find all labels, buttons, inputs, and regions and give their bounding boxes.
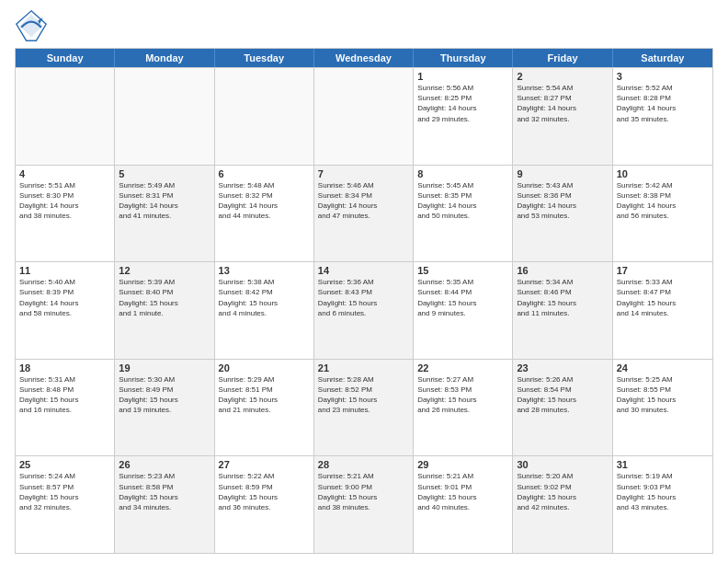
calendar-row-3: 18Sunrise: 5:31 AM Sunset: 8:48 PM Dayli…	[16, 359, 712, 456]
calendar-cell-28: 28Sunrise: 5:21 AM Sunset: 9:00 PM Dayli…	[314, 456, 414, 553]
day-info: Sunrise: 5:48 AM Sunset: 8:32 PM Dayligh…	[219, 180, 310, 222]
day-number: 28	[318, 459, 409, 470]
calendar-cell-5: 5Sunrise: 5:49 AM Sunset: 8:31 PM Daylig…	[115, 166, 214, 262]
calendar-cell-17: 17Sunrise: 5:33 AM Sunset: 8:47 PM Dayli…	[613, 262, 712, 359]
day-info: Sunrise: 5:36 AM Sunset: 8:43 PM Dayligh…	[318, 277, 409, 318]
day-number: 2	[517, 71, 608, 82]
day-number: 10	[617, 168, 709, 179]
calendar-cell-14: 14Sunrise: 5:36 AM Sunset: 8:43 PM Dayli…	[314, 262, 414, 359]
calendar-cell-27: 27Sunrise: 5:22 AM Sunset: 8:59 PM Dayli…	[215, 456, 314, 553]
day-info: Sunrise: 5:42 AM Sunset: 8:38 PM Dayligh…	[617, 180, 709, 222]
day-number: 13	[219, 265, 310, 276]
calendar-cell-12: 12Sunrise: 5:39 AM Sunset: 8:40 PM Dayli…	[115, 262, 214, 359]
calendar-cell-15: 15Sunrise: 5:35 AM Sunset: 8:44 PM Dayli…	[414, 262, 513, 359]
day-info: Sunrise: 5:31 AM Sunset: 8:48 PM Dayligh…	[19, 374, 110, 416]
day-info: Sunrise: 5:29 AM Sunset: 8:51 PM Dayligh…	[219, 374, 310, 416]
calendar-cell-7: 7Sunrise: 5:46 AM Sunset: 8:34 PM Daylig…	[314, 166, 414, 262]
day-number: 14	[318, 265, 409, 276]
day-info: Sunrise: 5:54 AM Sunset: 8:27 PM Dayligh…	[517, 83, 608, 124]
day-info: Sunrise: 5:46 AM Sunset: 8:34 PM Dayligh…	[318, 180, 409, 222]
calendar-header-row: SundayMondayTuesdayWednesdayThursdayFrid…	[16, 49, 712, 67]
day-info: Sunrise: 5:51 AM Sunset: 8:30 PM Dayligh…	[19, 180, 110, 222]
day-number: 15	[417, 265, 508, 276]
calendar-row-4: 25Sunrise: 5:24 AM Sunset: 8:57 PM Dayli…	[16, 455, 712, 553]
day-info: Sunrise: 5:30 AM Sunset: 8:49 PM Dayligh…	[119, 374, 210, 416]
day-number: 26	[119, 459, 210, 470]
day-info: Sunrise: 5:35 AM Sunset: 8:44 PM Dayligh…	[417, 277, 508, 318]
logo	[15, 9, 51, 42]
day-number: 5	[119, 168, 210, 179]
day-number: 30	[517, 459, 608, 470]
day-number: 3	[617, 71, 709, 82]
calendar-cell-2: 2Sunrise: 5:54 AM Sunset: 8:27 PM Daylig…	[513, 68, 612, 165]
day-number: 16	[517, 265, 608, 276]
day-number: 23	[517, 362, 608, 373]
day-number: 31	[617, 459, 709, 470]
day-number: 8	[417, 168, 508, 179]
day-info: Sunrise: 5:25 AM Sunset: 8:55 PM Dayligh…	[617, 374, 709, 416]
calendar-cell-21: 21Sunrise: 5:28 AM Sunset: 8:52 PM Dayli…	[314, 360, 414, 456]
day-info: Sunrise: 5:21 AM Sunset: 9:01 PM Dayligh…	[417, 471, 508, 512]
day-info: Sunrise: 5:22 AM Sunset: 8:59 PM Dayligh…	[219, 471, 310, 512]
day-number: 4	[19, 168, 110, 179]
calendar-row-2: 11Sunrise: 5:40 AM Sunset: 8:39 PM Dayli…	[16, 261, 712, 359]
day-info: Sunrise: 5:27 AM Sunset: 8:53 PM Dayligh…	[417, 374, 508, 416]
day-info: Sunrise: 5:45 AM Sunset: 8:35 PM Dayligh…	[417, 180, 508, 222]
day-number: 6	[219, 168, 310, 179]
day-number: 27	[219, 459, 310, 470]
day-info: Sunrise: 5:23 AM Sunset: 8:58 PM Dayligh…	[119, 471, 210, 512]
calendar-header-tuesday: Tuesday	[215, 49, 314, 67]
calendar-cell-3: 3Sunrise: 5:52 AM Sunset: 8:28 PM Daylig…	[613, 68, 712, 165]
calendar-cell-29: 29Sunrise: 5:21 AM Sunset: 9:01 PM Dayli…	[414, 456, 513, 553]
day-info: Sunrise: 5:49 AM Sunset: 8:31 PM Dayligh…	[119, 180, 210, 222]
page: SundayMondayTuesdayWednesdayThursdayFrid…	[0, 0, 728, 563]
calendar-row-0: 1Sunrise: 5:56 AM Sunset: 8:25 PM Daylig…	[16, 67, 712, 165]
calendar-cell-19: 19Sunrise: 5:30 AM Sunset: 8:49 PM Dayli…	[115, 360, 214, 456]
calendar-cell-empty-0-1	[115, 68, 214, 165]
calendar: SundayMondayTuesdayWednesdayThursdayFrid…	[15, 48, 713, 554]
calendar-cell-6: 6Sunrise: 5:48 AM Sunset: 8:32 PM Daylig…	[215, 166, 314, 262]
calendar-cell-10: 10Sunrise: 5:42 AM Sunset: 8:38 PM Dayli…	[613, 166, 712, 262]
day-info: Sunrise: 5:38 AM Sunset: 8:42 PM Dayligh…	[219, 277, 310, 318]
day-number: 19	[119, 362, 210, 373]
day-info: Sunrise: 5:19 AM Sunset: 9:03 PM Dayligh…	[617, 471, 709, 512]
calendar-cell-20: 20Sunrise: 5:29 AM Sunset: 8:51 PM Dayli…	[215, 360, 314, 456]
day-info: Sunrise: 5:39 AM Sunset: 8:40 PM Dayligh…	[119, 277, 210, 318]
day-number: 25	[19, 459, 110, 470]
calendar-header-sunday: Sunday	[16, 49, 115, 67]
day-info: Sunrise: 5:33 AM Sunset: 8:47 PM Dayligh…	[617, 277, 709, 318]
day-info: Sunrise: 5:28 AM Sunset: 8:52 PM Dayligh…	[318, 374, 409, 416]
day-number: 22	[417, 362, 508, 373]
calendar-cell-25: 25Sunrise: 5:24 AM Sunset: 8:57 PM Dayli…	[16, 456, 115, 553]
calendar-body: 1Sunrise: 5:56 AM Sunset: 8:25 PM Daylig…	[16, 67, 712, 553]
day-number: 17	[617, 265, 709, 276]
day-info: Sunrise: 5:21 AM Sunset: 9:00 PM Dayligh…	[318, 471, 409, 512]
day-number: 7	[318, 168, 409, 179]
calendar-cell-4: 4Sunrise: 5:51 AM Sunset: 8:30 PM Daylig…	[16, 166, 115, 262]
day-number: 11	[19, 265, 110, 276]
calendar-cell-24: 24Sunrise: 5:25 AM Sunset: 8:55 PM Dayli…	[613, 360, 712, 456]
calendar-cell-1: 1Sunrise: 5:56 AM Sunset: 8:25 PM Daylig…	[414, 68, 513, 165]
calendar-cell-13: 13Sunrise: 5:38 AM Sunset: 8:42 PM Dayli…	[215, 262, 314, 359]
calendar-cell-11: 11Sunrise: 5:40 AM Sunset: 8:39 PM Dayli…	[16, 262, 115, 359]
calendar-cell-30: 30Sunrise: 5:20 AM Sunset: 9:02 PM Dayli…	[513, 456, 612, 553]
day-number: 24	[617, 362, 709, 373]
day-info: Sunrise: 5:20 AM Sunset: 9:02 PM Dayligh…	[517, 471, 608, 512]
calendar-cell-empty-0-2	[215, 68, 314, 165]
calendar-cell-9: 9Sunrise: 5:43 AM Sunset: 8:36 PM Daylig…	[513, 166, 612, 262]
day-info: Sunrise: 5:26 AM Sunset: 8:54 PM Dayligh…	[517, 374, 608, 416]
day-number: 12	[119, 265, 210, 276]
calendar-header-saturday: Saturday	[613, 49, 712, 67]
calendar-cell-16: 16Sunrise: 5:34 AM Sunset: 8:46 PM Dayli…	[513, 262, 612, 359]
calendar-header-friday: Friday	[513, 49, 612, 67]
day-number: 1	[417, 71, 508, 82]
calendar-cell-31: 31Sunrise: 5:19 AM Sunset: 9:03 PM Dayli…	[613, 456, 712, 553]
day-number: 18	[19, 362, 110, 373]
calendar-header-wednesday: Wednesday	[314, 49, 414, 67]
calendar-cell-8: 8Sunrise: 5:45 AM Sunset: 8:35 PM Daylig…	[414, 166, 513, 262]
day-number: 21	[318, 362, 409, 373]
day-info: Sunrise: 5:34 AM Sunset: 8:46 PM Dayligh…	[517, 277, 608, 318]
calendar-cell-18: 18Sunrise: 5:31 AM Sunset: 8:48 PM Dayli…	[16, 360, 115, 456]
day-number: 20	[219, 362, 310, 373]
calendar-cell-empty-0-3	[314, 68, 414, 165]
